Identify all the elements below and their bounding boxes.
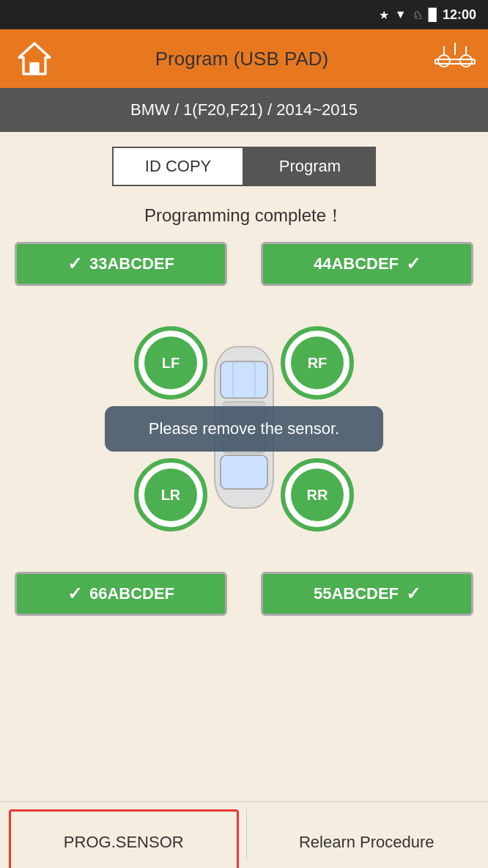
header: Program (USB PAD) xyxy=(0,29,488,88)
car-container: LF RF LR RR xyxy=(127,304,361,553)
nav-divider xyxy=(246,809,247,861)
battery-icon: █ xyxy=(429,8,437,21)
main-content: ID COPY Program Programming complete！ ✓ … xyxy=(0,132,488,616)
svg-point-3 xyxy=(460,55,472,67)
sensor-box-tr: 44ABCDEF ✓ xyxy=(261,242,473,286)
sensor-row-bottom: ✓ 66ABCDEF 55ABCDEF ✓ xyxy=(15,572,473,616)
status-icons: ★ ▼ ♘ █ 12:00 xyxy=(379,7,476,23)
svg-point-2 xyxy=(438,55,450,67)
sensor-box-bl: ✓ 66ABCDEF xyxy=(15,572,227,616)
wifi-icon: ▼ xyxy=(395,8,407,21)
status-time: 12:00 xyxy=(443,7,476,23)
checkmark-bl: ✓ xyxy=(67,584,82,604)
sensor-id-bl: 66ABCDEF xyxy=(89,584,174,603)
svg-rect-10 xyxy=(221,455,267,489)
home-button[interactable] xyxy=(15,39,54,78)
checkmark-tr: ✓ xyxy=(406,254,421,274)
tab-id-copy[interactable]: ID COPY xyxy=(112,147,244,186)
subtitle-bar: BMW / 1(F20,F21) / 2014~2015 xyxy=(0,88,488,132)
wheel-lf-label: LF xyxy=(144,336,197,389)
bottom-nav: PROG.SENSOR Relearn Procedure xyxy=(0,801,488,868)
sensor-box-tl: ✓ 33ABCDEF xyxy=(15,242,227,286)
status-bar: ★ ▼ ♘ █ 12:00 xyxy=(0,0,488,29)
tab-row: ID COPY Program xyxy=(15,147,473,186)
home-icon xyxy=(16,40,53,77)
svg-rect-1 xyxy=(29,62,39,74)
header-logo xyxy=(429,39,473,78)
wheel-rf-label: RF xyxy=(291,336,344,389)
sensor-row-top: ✓ 33ABCDEF 44ABCDEF ✓ xyxy=(15,242,473,286)
svg-rect-9 xyxy=(221,361,267,398)
wheel-rr-label: RR xyxy=(291,468,344,521)
checkmark-br: ✓ xyxy=(406,584,421,604)
subtitle-text: BMW / 1(F20,F21) / 2014~2015 xyxy=(130,100,358,119)
programming-status: Programming complete！ xyxy=(15,204,473,227)
tab-program[interactable]: Program xyxy=(244,147,376,186)
bluetooth-icon: ★ xyxy=(379,8,389,22)
car-diagram-area: LF RF LR RR xyxy=(15,293,473,564)
prog-sensor-button[interactable]: PROG.SENSOR xyxy=(9,809,239,868)
svg-rect-7 xyxy=(435,59,475,64)
wheel-lr-label: LR xyxy=(144,468,197,521)
sensor-tooltip: Please remove the sensor. xyxy=(105,406,383,452)
relearn-procedure-button[interactable]: Relearn Procedure xyxy=(254,809,480,868)
signal-icon: ♘ xyxy=(413,8,423,22)
tooltip-text: Please remove the sensor. xyxy=(149,419,339,438)
sensor-id-tl: 33ABCDEF xyxy=(89,254,174,273)
sensor-id-br: 55ABCDEF xyxy=(314,584,399,603)
sensor-id-tr: 44ABCDEF xyxy=(314,254,399,273)
sensor-box-br: 55ABCDEF ✓ xyxy=(261,572,473,616)
checkmark-tl: ✓ xyxy=(67,254,82,274)
header-title: Program (USB PAD) xyxy=(155,48,328,70)
